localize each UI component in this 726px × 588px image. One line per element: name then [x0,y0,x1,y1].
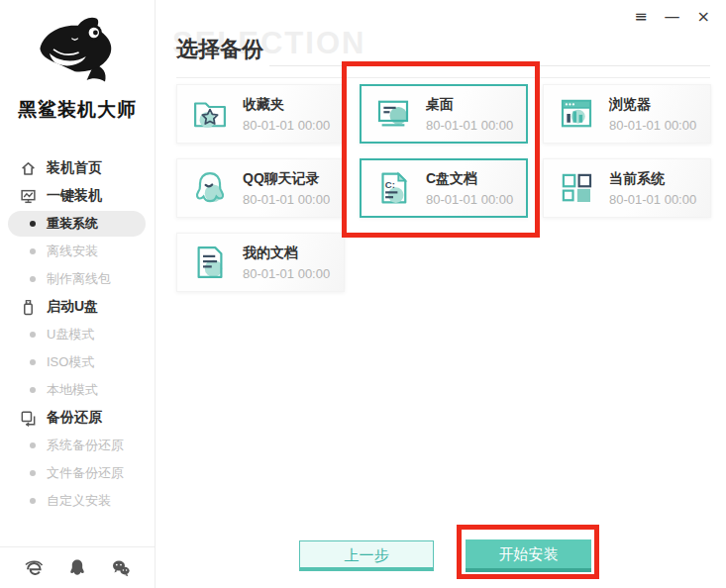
bullet-icon [30,498,36,504]
card-text: C盘文档80-01-01 00:00 [426,170,513,207]
bullet-icon [30,221,36,227]
desktop-icon [372,93,414,135]
backup-card[interactable]: 浏览器80-01-01 00:00 [543,84,711,144]
usb-drive-icon [20,299,37,316]
backup-card[interactable]: C:C盘文档80-01-01 00:00 [360,158,528,218]
backup-card[interactable]: QQ聊天记录80-01-01 00:00 [176,158,345,218]
sidebar-item-label: 重装系统 [47,215,98,233]
sidebar-item[interactable]: 自定义安装 [0,487,154,515]
card-timestamp: 80-01-01 00:00 [609,118,696,133]
hamburger-menu-icon[interactable]: ≡ [634,8,647,26]
card-timestamp: 80-01-01 00:00 [609,192,696,207]
card-timestamp: 80-01-01 00:00 [243,118,330,133]
card-text: 桌面80-01-01 00:00 [426,96,513,133]
card-text: 浏览器80-01-01 00:00 [609,96,696,133]
sidebar-item[interactable]: 备份还原 [0,404,154,432]
bullet-icon [30,470,36,476]
sidebar-item[interactable]: ISO模式 [0,348,154,376]
backup-grid: 收藏夹80-01-01 00:00桌面80-01-01 00:00浏览器80-0… [176,84,711,292]
sidebar-item-label: 系统备份还原 [47,437,124,454]
card-text: 当前系统80-01-01 00:00 [609,170,696,207]
sidebar: 黑鲨装机大师 装机首页一键装机重装系统离线安装制作离线包启动U盘U盘模式ISO模… [0,0,156,588]
sidebar-item[interactable]: 启动U盘 [0,293,154,321]
bullet-icon [30,387,36,393]
prev-step-button[interactable]: 上一步 [299,540,434,571]
qq-chat-icon [189,167,231,209]
ie-browser-icon[interactable] [24,558,44,578]
favorites-folder-icon [189,93,231,135]
card-timestamp: 80-01-01 00:00 [426,192,513,207]
card-text: QQ聊天记录80-01-01 00:00 [243,170,330,207]
c-drive-doc-icon: C: [372,167,414,209]
home-icon [20,160,37,177]
card-label: 浏览器 [609,96,696,114]
close-icon[interactable]: × [697,8,710,26]
backup-card[interactable]: 桌面80-01-01 00:00 [360,84,528,144]
app-logo: 黑鲨装机大师 [0,0,155,123]
card-label: C盘文档 [426,170,513,188]
page-title: 选择备份 [176,35,263,64]
card-label: 桌面 [426,96,513,114]
card-text: 我的文档80-01-01 00:00 [243,245,330,281]
title-divider [269,65,710,66]
current-system-icon [556,167,597,209]
bullet-icon [30,332,36,338]
sidebar-item[interactable]: U盘模式 [0,321,154,348]
sidebar-item[interactable]: 制作离线包 [0,265,154,293]
card-label: 我的文档 [243,245,330,262]
sidebar-item-label: 装机首页 [47,159,102,177]
sidebar-menu: 装机首页一键装机重装系统离线安装制作离线包启动U盘U盘模式ISO模式本地模式备份… [0,154,154,515]
sidebar-item[interactable]: 本地模式 [0,376,154,404]
my-documents-icon [189,242,231,283]
sidebar-item-label: 文件备份还原 [47,464,124,482]
sidebar-item-label: ISO模式 [47,353,94,371]
bullet-icon [30,248,36,254]
backup-card[interactable]: 收藏夹80-01-01 00:00 [176,84,345,144]
backup-restore-icon [20,410,37,427]
card-label: 当前系统 [609,170,696,188]
sidebar-item-label: 本地模式 [47,381,98,399]
monitor-chart-icon [20,188,37,205]
wechat-icon[interactable] [111,558,131,578]
bullet-icon [30,359,36,365]
start-install-button[interactable]: 开始安装 [466,539,591,572]
app-name: 黑鲨装机大师 [0,97,155,123]
sidebar-item-label: 制作离线包 [47,270,111,288]
card-text: 收藏夹80-01-01 00:00 [243,96,330,133]
sidebar-item-label: 备份还原 [47,409,102,427]
bullet-icon [30,442,36,448]
sidebar-item[interactable]: 装机首页 [0,154,154,182]
sidebar-item[interactable]: 文件备份还原 [0,459,154,487]
sidebar-dock [0,546,155,588]
card-timestamp: 80-01-01 00:00 [243,266,330,281]
sidebar-item-label: 自定义安装 [47,492,111,510]
sidebar-item[interactable]: 重装系统 [8,211,146,237]
card-timestamp: 80-01-01 00:00 [426,118,513,133]
shark-logo-icon [26,12,129,93]
backup-card[interactable]: 当前系统80-01-01 00:00 [543,158,711,218]
svg-text:C:: C: [385,179,395,190]
card-label: QQ聊天记录 [243,170,330,188]
sidebar-item-label: U盘模式 [47,326,94,343]
sidebar-item[interactable]: 系统备份还原 [0,432,154,459]
sidebar-item-label: 一键装机 [47,187,102,205]
sidebar-item[interactable]: 一键装机 [0,182,154,210]
content-divider [176,77,710,78]
backup-card[interactable]: 我的文档80-01-01 00:00 [176,233,345,292]
browser-icon [556,93,597,135]
bullet-icon [30,276,36,282]
card-timestamp: 80-01-01 00:00 [243,192,330,207]
sidebar-item-label: 离线安装 [47,243,98,260]
qq-penguin-icon[interactable] [67,558,87,578]
sidebar-item[interactable]: 离线安装 [0,238,154,265]
card-label: 收藏夹 [243,96,330,114]
sidebar-item-label: 启动U盘 [47,298,98,316]
window-controls: ≡—× [634,8,710,26]
minimize-icon[interactable]: — [665,8,680,26]
